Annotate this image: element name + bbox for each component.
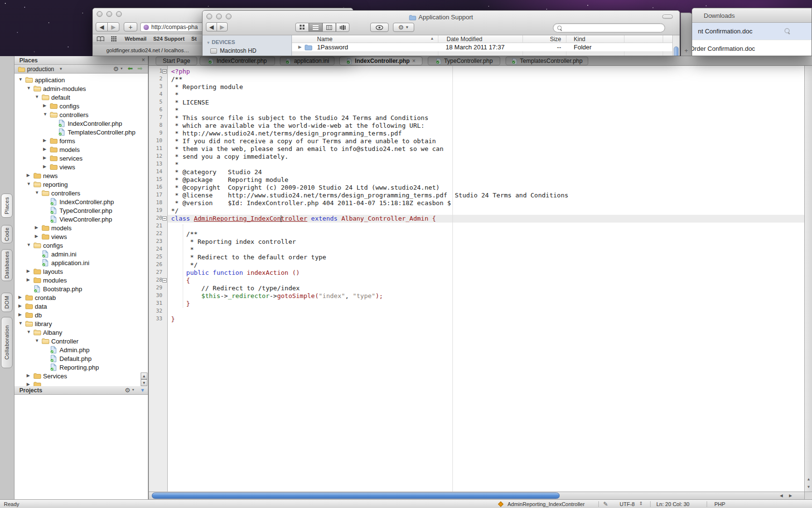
browser-forward-button[interactable]: ▶ [107,22,119,31]
disclosure-triangle-icon[interactable]: ▼ [35,94,39,99]
coverflow-view-button[interactable] [336,23,349,32]
minimize-window-button[interactable] [106,11,112,17]
disclosure-triangle-icon[interactable]: ▼ [35,338,39,343]
tree-row[interactable]: IndexController.php [14,119,148,128]
tree-row[interactable]: ▼library [14,319,148,328]
projects-list-empty[interactable] [14,395,148,499]
tree-row[interactable]: ▶models [14,145,148,154]
disclosure-triangle-icon[interactable]: ▶ [27,173,30,178]
code-editor[interactable]: <?php/** * Reporting module * * LICENSE … [171,68,568,323]
column-header-name[interactable]: Name [317,36,333,43]
tree-row[interactable]: ▼reporting [14,180,148,189]
disclosure-triangle-icon[interactable]: ▶ [35,225,38,230]
editor-tab[interactable]: application.ini [280,57,334,65]
tree-row[interactable]: ▶forms [14,136,148,145]
code-fold-toggle[interactable] [162,69,167,74]
scroll-right-button[interactable]: ▶ [786,493,795,499]
tree-row[interactable]: ▼application [14,75,148,84]
editor-tab[interactable]: Start Page [156,57,197,65]
tree-row[interactable]: admin.ini [14,250,148,258]
zoom-window-button[interactable] [116,11,122,17]
tree-row[interactable]: ▶views [14,232,148,241]
drawer-tab-databases[interactable]: Databases [1,249,13,281]
collapse-panel-icon[interactable]: ▼ [140,388,145,393]
column-header-date[interactable]: Date Modified [447,36,482,43]
tree-row[interactable]: ▶db [14,311,148,319]
drawer-tab-places[interactable]: Places [1,194,13,218]
disclosure-triangle-icon[interactable]: ▶ [27,269,30,273]
tree-row[interactable]: ▼Controller [14,337,148,345]
disclosure-triangle-icon[interactable]: ▼ [43,112,47,117]
tree-row[interactable]: ▶layouts [14,267,148,276]
tree-row[interactable]: ▶ [14,380,148,386]
column-header-size[interactable]: Size [541,36,561,43]
tree-row[interactable]: ▼controllers [14,110,148,119]
browser-tab[interactable]: goldfinger.studio24.net / localhos… [106,47,189,53]
tree-row[interactable]: ▶crontab [14,293,148,302]
browser-back-button[interactable]: ◀ [96,22,108,31]
navigate-back-icon[interactable]: ⬅ [128,65,133,72]
drawer-tab-dom[interactable]: DOM [1,293,13,312]
disclosure-triangle-icon[interactable]: ▶ [27,277,30,282]
download-item-selected[interactable]: nt Confirmation.doc [692,23,812,40]
topsites-grid-icon[interactable] [111,36,118,42]
column-view-button[interactable] [322,23,336,32]
tree-row[interactable]: ▶services [14,154,148,163]
disclosure-triangle-icon[interactable]: ▶ [35,234,38,239]
code-fold-toggle[interactable] [162,278,167,283]
close-panel-button[interactable]: × [142,57,145,63]
edit-mode-icon[interactable]: ✎ [603,501,608,508]
finder-search-field[interactable] [553,23,665,32]
navigate-forward-icon[interactable]: ➡ [137,65,143,72]
finder-back-button[interactable]: ◀ [206,22,217,31]
action-menu-button[interactable]: ⚙▼ [393,23,414,32]
tree-row[interactable]: ▶configs [14,102,148,110]
icon-view-button[interactable] [295,23,309,32]
disclosure-triangle-icon[interactable]: ▼ [35,190,39,195]
close-window-button[interactable] [97,11,102,17]
vertical-scrollbar[interactable]: ▲ ▼ [804,66,812,492]
scroll-left-button[interactable]: ◀ [777,493,785,499]
tree-row[interactable]: ▶news [14,171,148,180]
tree-row[interactable]: ▼controllers [14,189,148,197]
tree-row[interactable]: Bootstrap.php [14,284,148,293]
editor-tab[interactable]: IndexController.php [200,57,275,65]
tree-row[interactable]: ViewController.php [14,215,148,224]
tree-row[interactable]: TemplatesController.php [14,128,148,136]
bookmark-s24-support[interactable]: S24 Support [153,36,185,42]
disclosure-triangle-icon[interactable]: ▼ [18,77,23,82]
tree-row[interactable]: application.ini [14,258,148,267]
finder-scrollbar[interactable] [672,35,680,56]
browser-traffic-lights[interactable] [97,11,122,17]
disclosure-triangle-icon[interactable]: ▶ [298,45,302,49]
drawer-tab-code[interactable]: Code [1,225,13,243]
disclosure-triangle-icon[interactable]: ▶ [43,103,46,108]
projects-gear-button[interactable]: ⚙ [125,387,130,394]
disclosure-triangle-icon[interactable]: ▶ [43,147,46,151]
encoding-selector[interactable]: UTF-8 [620,501,635,507]
tree-row[interactable]: ▶modules [14,276,148,284]
download-item[interactable]: Order Confirmation.doc [692,40,812,56]
disclosure-triangle-icon[interactable]: ▼ [27,86,31,90]
language-mode-selector[interactable]: PHP [714,501,725,507]
disclosure-triangle-icon[interactable]: ▼ [27,242,31,247]
disclosure-triangle-icon[interactable]: ▼ [206,41,210,45]
scrollbar-thumb[interactable] [152,493,560,499]
tree-row[interactable]: ▼Albany [14,328,148,337]
bookmark-webmail[interactable]: Webmail [125,36,146,42]
disclosure-triangle-icon[interactable]: ▼ [18,321,23,326]
tree-row[interactable]: ▼admin-modules [14,84,148,93]
disclosure-triangle-icon[interactable]: ▶ [43,155,46,160]
scroll-down-button[interactable]: ▼ [141,379,147,386]
disclosure-triangle-icon[interactable]: ▼ [27,329,31,334]
tree-row[interactable]: Default.php [14,354,148,363]
close-tab-button[interactable]: × [412,58,416,64]
bookmark-truncated[interactable]: St [191,36,197,42]
disclosure-triangle-icon[interactable]: ▶ [43,164,46,169]
disclosure-triangle-icon[interactable]: ▼ [27,181,31,186]
column-header-kind[interactable]: Kind [574,36,585,43]
tree-row[interactable]: ▶views [14,163,148,171]
places-gear-button[interactable]: ⚙ [113,65,119,73]
tree-row[interactable]: ▼configs [14,241,148,250]
scroll-down-button[interactable]: ▼ [806,484,812,491]
